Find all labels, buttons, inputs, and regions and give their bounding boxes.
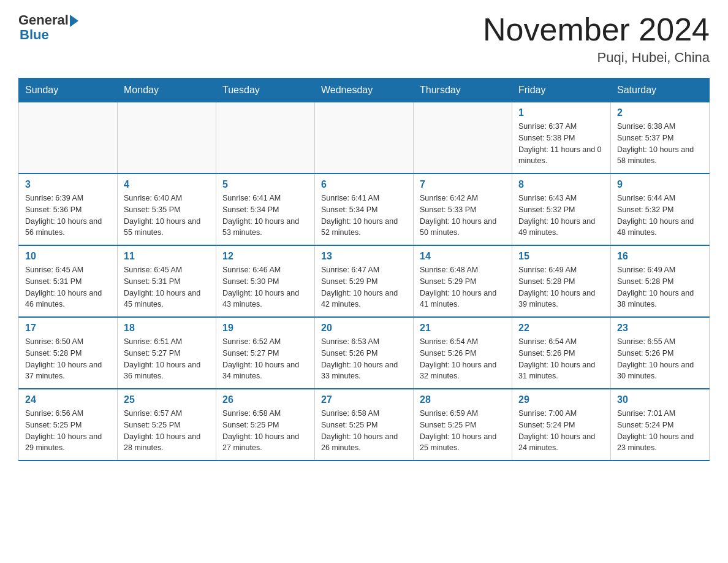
day-number: 10	[25, 251, 111, 262]
calendar-table: SundayMondayTuesdayWednesdayThursdayFrid…	[18, 78, 710, 461]
day-number: 19	[222, 323, 308, 334]
day-info: Sunrise: 7:01 AM Sunset: 5:24 PM Dayligh…	[617, 408, 703, 454]
calendar-week-1: 1Sunrise: 6:37 AM Sunset: 5:38 PM Daylig…	[19, 102, 710, 174]
calendar-cell: 1Sunrise: 6:37 AM Sunset: 5:38 PM Daylig…	[512, 102, 611, 174]
day-number: 9	[617, 179, 703, 190]
calendar-cell: 18Sunrise: 6:51 AM Sunset: 5:27 PM Dayli…	[118, 317, 216, 389]
calendar-header-wednesday: Wednesday	[315, 79, 414, 102]
calendar-cell: 19Sunrise: 6:52 AM Sunset: 5:27 PM Dayli…	[216, 317, 315, 389]
calendar-header-friday: Friday	[512, 79, 611, 102]
calendar-cell: 4Sunrise: 6:40 AM Sunset: 5:35 PM Daylig…	[118, 174, 216, 245]
day-info: Sunrise: 6:53 AM Sunset: 5:26 PM Dayligh…	[321, 336, 407, 382]
day-info: Sunrise: 6:54 AM Sunset: 5:26 PM Dayligh…	[518, 336, 604, 382]
calendar-cell: 11Sunrise: 6:45 AM Sunset: 5:31 PM Dayli…	[118, 245, 216, 317]
day-info: Sunrise: 6:37 AM Sunset: 5:38 PM Dayligh…	[518, 121, 604, 167]
day-number: 2	[617, 107, 703, 118]
day-info: Sunrise: 6:58 AM Sunset: 5:25 PM Dayligh…	[321, 408, 407, 454]
day-number: 18	[124, 323, 210, 334]
calendar-cell: 26Sunrise: 6:58 AM Sunset: 5:25 PM Dayli…	[216, 389, 315, 461]
day-number: 23	[617, 323, 703, 334]
calendar-cell: 23Sunrise: 6:55 AM Sunset: 5:26 PM Dayli…	[611, 317, 710, 389]
day-info: Sunrise: 6:42 AM Sunset: 5:33 PM Dayligh…	[420, 193, 506, 239]
day-info: Sunrise: 6:49 AM Sunset: 5:28 PM Dayligh…	[617, 264, 703, 310]
calendar-week-2: 3Sunrise: 6:39 AM Sunset: 5:36 PM Daylig…	[19, 174, 710, 245]
day-info: Sunrise: 6:46 AM Sunset: 5:30 PM Dayligh…	[222, 264, 308, 310]
day-number: 7	[420, 179, 506, 190]
calendar-header-tuesday: Tuesday	[216, 79, 315, 102]
day-info: Sunrise: 6:41 AM Sunset: 5:34 PM Dayligh…	[222, 193, 308, 239]
calendar-header-sunday: Sunday	[19, 79, 118, 102]
calendar-subtitle: Puqi, Hubei, China	[483, 50, 710, 66]
day-number: 6	[321, 179, 407, 190]
calendar-cell: 12Sunrise: 6:46 AM Sunset: 5:30 PM Dayli…	[216, 245, 315, 317]
day-info: Sunrise: 6:49 AM Sunset: 5:28 PM Dayligh…	[518, 264, 604, 310]
calendar-cell: 8Sunrise: 6:43 AM Sunset: 5:32 PM Daylig…	[512, 174, 611, 245]
day-number: 14	[420, 251, 506, 262]
calendar-cell	[315, 102, 414, 174]
calendar-cell: 10Sunrise: 6:45 AM Sunset: 5:31 PM Dayli…	[19, 245, 118, 317]
calendar-week-4: 17Sunrise: 6:50 AM Sunset: 5:28 PM Dayli…	[19, 317, 710, 389]
calendar-cell: 30Sunrise: 7:01 AM Sunset: 5:24 PM Dayli…	[611, 389, 710, 461]
logo-arrow-icon	[70, 15, 78, 27]
day-number: 4	[124, 179, 210, 190]
day-number: 24	[25, 394, 111, 405]
calendar-cell: 21Sunrise: 6:54 AM Sunset: 5:26 PM Dayli…	[414, 317, 512, 389]
calendar-header-thursday: Thursday	[414, 79, 512, 102]
calendar-cell: 2Sunrise: 6:38 AM Sunset: 5:37 PM Daylig…	[611, 102, 710, 174]
day-number: 25	[124, 394, 210, 405]
day-number: 29	[518, 394, 604, 405]
calendar-header-saturday: Saturday	[611, 79, 710, 102]
calendar-cell: 13Sunrise: 6:47 AM Sunset: 5:29 PM Dayli…	[315, 245, 414, 317]
calendar-cell: 28Sunrise: 6:59 AM Sunset: 5:25 PM Dayli…	[414, 389, 512, 461]
calendar-cell: 3Sunrise: 6:39 AM Sunset: 5:36 PM Daylig…	[19, 174, 118, 245]
logo: General Blue	[18, 12, 78, 43]
day-number: 21	[420, 323, 506, 334]
calendar-week-5: 24Sunrise: 6:56 AM Sunset: 5:25 PM Dayli…	[19, 389, 710, 461]
calendar-cell: 9Sunrise: 6:44 AM Sunset: 5:32 PM Daylig…	[611, 174, 710, 245]
calendar-cell	[414, 102, 512, 174]
day-number: 27	[321, 394, 407, 405]
day-number: 5	[222, 179, 308, 190]
calendar-cell	[19, 102, 118, 174]
title-section: November 2024 Puqi, Hubei, China	[483, 12, 710, 66]
calendar-week-3: 10Sunrise: 6:45 AM Sunset: 5:31 PM Dayli…	[19, 245, 710, 317]
day-number: 20	[321, 323, 407, 334]
calendar-cell: 15Sunrise: 6:49 AM Sunset: 5:28 PM Dayli…	[512, 245, 611, 317]
calendar-cell: 17Sunrise: 6:50 AM Sunset: 5:28 PM Dayli…	[19, 317, 118, 389]
day-info: Sunrise: 6:55 AM Sunset: 5:26 PM Dayligh…	[617, 336, 703, 382]
day-number: 11	[124, 251, 210, 262]
day-number: 3	[25, 179, 111, 190]
day-number: 13	[321, 251, 407, 262]
day-info: Sunrise: 6:43 AM Sunset: 5:32 PM Dayligh…	[518, 193, 604, 239]
calendar-cell: 25Sunrise: 6:57 AM Sunset: 5:25 PM Dayli…	[118, 389, 216, 461]
day-info: Sunrise: 6:50 AM Sunset: 5:28 PM Dayligh…	[25, 336, 111, 382]
day-info: Sunrise: 6:45 AM Sunset: 5:31 PM Dayligh…	[25, 264, 111, 310]
day-info: Sunrise: 6:58 AM Sunset: 5:25 PM Dayligh…	[222, 408, 308, 454]
calendar-cell	[118, 102, 216, 174]
calendar-cell: 5Sunrise: 6:41 AM Sunset: 5:34 PM Daylig…	[216, 174, 315, 245]
day-info: Sunrise: 6:47 AM Sunset: 5:29 PM Dayligh…	[321, 264, 407, 310]
calendar-title: November 2024	[483, 12, 710, 47]
day-number: 26	[222, 394, 308, 405]
calendar-cell: 7Sunrise: 6:42 AM Sunset: 5:33 PM Daylig…	[414, 174, 512, 245]
calendar-cell: 29Sunrise: 7:00 AM Sunset: 5:24 PM Dayli…	[512, 389, 611, 461]
calendar-header-row: SundayMondayTuesdayWednesdayThursdayFrid…	[19, 79, 710, 102]
calendar-cell: 22Sunrise: 6:54 AM Sunset: 5:26 PM Dayli…	[512, 317, 611, 389]
calendar-header-monday: Monday	[118, 79, 216, 102]
day-info: Sunrise: 6:48 AM Sunset: 5:29 PM Dayligh…	[420, 264, 506, 310]
day-info: Sunrise: 6:38 AM Sunset: 5:37 PM Dayligh…	[617, 121, 703, 167]
calendar-cell	[216, 102, 315, 174]
day-number: 8	[518, 179, 604, 190]
calendar-cell: 16Sunrise: 6:49 AM Sunset: 5:28 PM Dayli…	[611, 245, 710, 317]
page-header: General Blue November 2024 Puqi, Hubei, …	[18, 12, 710, 66]
day-info: Sunrise: 6:39 AM Sunset: 5:36 PM Dayligh…	[25, 193, 111, 239]
day-number: 12	[222, 251, 308, 262]
logo-general-text: General	[18, 12, 69, 28]
day-number: 28	[420, 394, 506, 405]
day-info: Sunrise: 6:54 AM Sunset: 5:26 PM Dayligh…	[420, 336, 506, 382]
day-info: Sunrise: 6:51 AM Sunset: 5:27 PM Dayligh…	[124, 336, 210, 382]
day-info: Sunrise: 6:45 AM Sunset: 5:31 PM Dayligh…	[124, 264, 210, 310]
day-number: 16	[617, 251, 703, 262]
day-info: Sunrise: 6:41 AM Sunset: 5:34 PM Dayligh…	[321, 193, 407, 239]
day-info: Sunrise: 6:59 AM Sunset: 5:25 PM Dayligh…	[420, 408, 506, 454]
